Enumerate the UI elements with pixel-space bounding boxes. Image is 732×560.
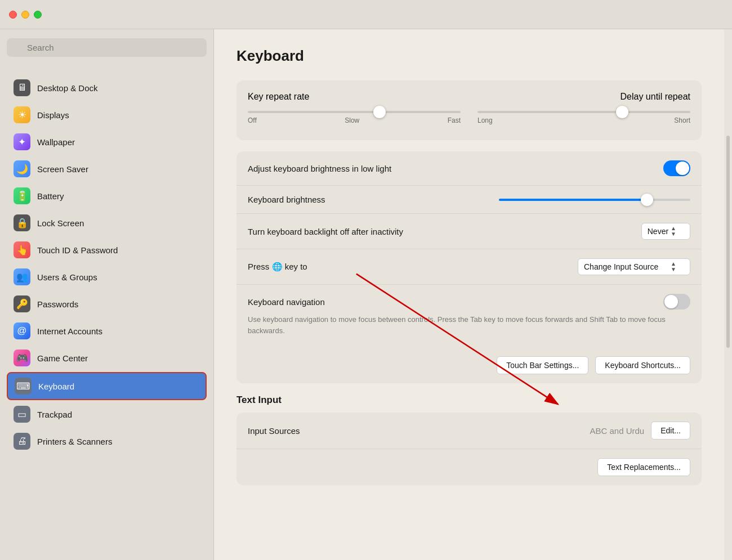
input-sources-right: ABC and Urdu Edit... xyxy=(590,422,690,440)
keyboard-navigation-section: Keyboard navigation Use keyboard navigat… xyxy=(236,285,702,350)
main-settings-card: Adjust keyboard brightness in low light … xyxy=(236,151,702,383)
key-repeat-rate-label: Key repeat rate xyxy=(248,92,309,102)
backlight-dropdown-arrows: ▲▼ xyxy=(671,226,676,237)
edit-button[interactable]: Edit... xyxy=(651,422,690,440)
keyboard-shortcuts-button[interactable]: Keyboard Shortcuts... xyxy=(595,356,690,374)
printers-scanners-icon: 🖨 xyxy=(14,433,30,450)
search-input[interactable] xyxy=(7,38,207,57)
sidebar-item-trackpad[interactable]: ▭Trackpad xyxy=(7,401,207,427)
sidebar-item-label-internet-accounts: Internet Accounts xyxy=(37,326,102,336)
sidebar-item-label-game-center: Game Center xyxy=(37,353,88,363)
sidebar-item-label-keyboard: Keyboard xyxy=(38,382,74,391)
scrollbar-thumb[interactable] xyxy=(726,136,730,348)
sidebar-items-container: 🖥Desktop & Dock☀Displays✦Wallpaper🌙Scree… xyxy=(7,75,207,455)
sidebar-item-label-users-groups: Users & Groups xyxy=(37,272,97,282)
sliders-container: Off Slow Fast Long Short xyxy=(248,111,690,124)
keyboard-navigation-toggle[interactable] xyxy=(663,294,690,310)
keyboard-navigation-row: Keyboard navigation xyxy=(248,294,690,310)
displays-icon: ☀ xyxy=(14,106,30,123)
delay-repeat-slider-labels: Long Short xyxy=(477,117,690,124)
keyboard-navigation-toggle-knob xyxy=(664,295,678,308)
adjust-brightness-label: Adjust keyboard brightness in low light xyxy=(248,164,391,173)
text-input-title: Text Input xyxy=(236,395,702,406)
sidebar-item-internet-accounts[interactable]: @Internet Accounts xyxy=(7,318,207,344)
adjust-brightness-row: Adjust keyboard brightness in low light xyxy=(236,151,702,186)
sidebar-item-printers-scanners[interactable]: 🖨Printers & Scanners xyxy=(7,428,207,454)
sidebar-item-label-wallpaper: Wallpaper xyxy=(37,137,75,147)
sidebar-item-lock-screen[interactable]: 🔒Lock Screen xyxy=(7,210,207,236)
text-input-card: Input Sources ABC and Urdu Edit... Text … xyxy=(236,413,702,485)
keyboard-icon: ⌨ xyxy=(15,378,32,395)
sidebar: 🔍 🖥Desktop & Dock☀Displays✦Wallpaper🌙Scr… xyxy=(0,29,214,560)
key-repeat-slow-label: Slow xyxy=(345,117,359,124)
sidebar-item-label-passwords: Passwords xyxy=(37,299,78,309)
close-button[interactable] xyxy=(9,11,17,19)
lock-screen-icon: 🔒 xyxy=(14,214,30,231)
key-repeat-slider-track[interactable] xyxy=(248,111,461,113)
delay-repeat-slider-group: Long Short xyxy=(477,111,690,124)
text-replacements-row: Text Replacements... xyxy=(236,449,702,485)
passwords-icon: 🔑 xyxy=(14,295,30,312)
touch-id-icon: 👆 xyxy=(14,241,30,258)
sidebar-item-displays[interactable]: ☀Displays xyxy=(7,102,207,128)
brightness-fill xyxy=(499,199,644,201)
text-replacements-button[interactable]: Text Replacements... xyxy=(597,458,690,476)
brightness-slider[interactable] xyxy=(499,199,690,201)
minimize-button[interactable] xyxy=(21,11,29,19)
delay-until-repeat-label: Delay until repeat xyxy=(620,92,690,102)
sidebar-item-label-trackpad: Trackpad xyxy=(37,410,72,419)
press-key-dropdown-arrows: ▲▼ xyxy=(671,261,676,272)
delay-repeat-slider-thumb[interactable] xyxy=(616,106,628,118)
adjust-brightness-toggle-knob xyxy=(676,162,689,175)
sidebar-item-label-battery: Battery xyxy=(37,191,64,201)
sidebar-item-label-lock-screen: Lock Screen xyxy=(37,218,84,228)
delay-short-label: Short xyxy=(674,117,690,124)
sliders-section: Key repeat rate Delay until repeat Off S… xyxy=(236,80,702,140)
game-center-icon: 🎮 xyxy=(14,350,30,366)
wallpaper-icon: ✦ xyxy=(14,133,30,150)
adjust-brightness-toggle[interactable] xyxy=(663,160,690,176)
traffic-lights xyxy=(9,11,42,19)
key-repeat-slider-thumb[interactable] xyxy=(373,106,386,118)
keyboard-navigation-desc: Use keyboard navigation to move focus be… xyxy=(248,314,690,341)
sidebar-item-label-touch-id: Touch ID & Password xyxy=(37,245,118,255)
delay-repeat-slider-track[interactable] xyxy=(477,111,690,113)
sidebar-item-desktop-dock[interactable]: 🖥Desktop & Dock xyxy=(7,75,207,101)
desktop-dock-icon: 🖥 xyxy=(14,79,30,96)
battery-icon: 🔋 xyxy=(14,187,30,204)
press-key-label: Press 🌐 key to xyxy=(248,262,307,272)
press-key-dropdown[interactable]: Change Input Source ▲▼ xyxy=(578,258,690,275)
scrollbar-track[interactable] xyxy=(724,29,732,560)
sidebar-item-touch-id[interactable]: 👆Touch ID & Password xyxy=(7,237,207,263)
sidebar-item-keyboard[interactable]: ⌨Keyboard xyxy=(7,372,207,400)
sidebar-item-passwords[interactable]: 🔑Passwords xyxy=(7,291,207,317)
slider-headers: Key repeat rate Delay until repeat xyxy=(248,92,690,102)
brightness-thumb[interactable] xyxy=(641,194,653,206)
trackpad-icon: ▭ xyxy=(14,406,30,423)
backlight-dropdown[interactable]: Never ▲▼ xyxy=(641,223,690,240)
sidebar-item-game-center[interactable]: 🎮Game Center xyxy=(7,345,207,371)
backlight-label: Turn keyboard backlight off after inacti… xyxy=(248,227,403,236)
sidebar-item-screen-saver[interactable]: 🌙Screen Saver xyxy=(7,156,207,182)
sidebar-item-wallpaper[interactable]: ✦Wallpaper xyxy=(7,129,207,155)
input-sources-label: Input Sources xyxy=(248,426,300,436)
main-layout: 🔍 🖥Desktop & Dock☀Displays✦Wallpaper🌙Scr… xyxy=(0,29,732,560)
key-repeat-fast-label: Fast xyxy=(448,117,461,124)
backlight-value: Never xyxy=(648,227,668,236)
sidebar-item-battery[interactable]: 🔋Battery xyxy=(7,183,207,209)
sidebar-item-label-displays: Displays xyxy=(37,110,69,120)
maximize-button[interactable] xyxy=(34,11,42,19)
touch-bar-settings-button[interactable]: Touch Bar Settings... xyxy=(497,356,588,374)
keyboard-navigation-label: Keyboard navigation xyxy=(248,297,325,307)
sidebar-item-label-desktop-dock: Desktop & Dock xyxy=(37,83,98,93)
brightness-track[interactable] xyxy=(499,199,690,201)
input-sources-value: ABC and Urdu xyxy=(590,426,644,436)
backlight-row: Turn keyboard backlight off after inacti… xyxy=(236,214,702,249)
press-key-value: Change Input Source xyxy=(584,262,658,271)
press-key-row: Press 🌐 key to Change Input Source ▲▼ xyxy=(236,249,702,285)
buttons-row: Touch Bar Settings... Keyboard Shortcuts… xyxy=(236,350,702,383)
keyboard-brightness-label: Keyboard brightness xyxy=(248,195,325,204)
delay-long-label: Long xyxy=(477,117,493,124)
users-groups-icon: 👥 xyxy=(14,268,30,285)
sidebar-item-users-groups[interactable]: 👥Users & Groups xyxy=(7,264,207,290)
